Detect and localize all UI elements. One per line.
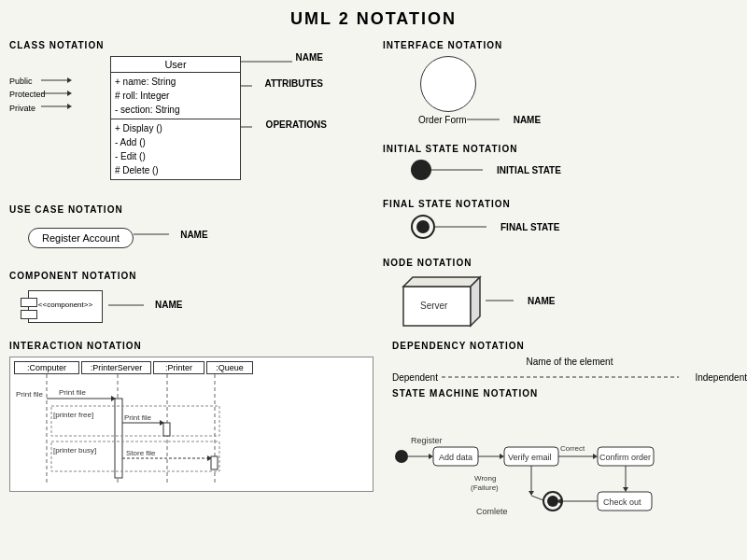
svg-marker-5 — [67, 104, 72, 109]
svg-text:Print file: Print file — [59, 388, 86, 397]
component-label: <<component>> — [29, 291, 102, 309]
node-arrow — [486, 295, 528, 306]
initial-state-title: INITIAL STATE NOTATION — [383, 144, 738, 154]
dependency-title: DEPENDENCY NOTATION — [392, 341, 747, 351]
state-machine-svg: Register Add data Verify email — [392, 404, 747, 516]
component-box-wrapper: <<component>> — [28, 290, 103, 323]
dependent-label: Dependent — [392, 372, 438, 383]
class-attributes: + name: String # roll: Integer - section… — [111, 73, 240, 119]
svg-marker-1 — [67, 77, 72, 83]
interface-circle — [420, 56, 476, 112]
component-main-box: <<component>> — [28, 290, 103, 323]
usecase-title: USE CASE NOTATION — [9, 204, 364, 215]
svg-text:Register: Register — [411, 436, 443, 445]
final-dot-outer — [411, 215, 435, 239]
class-attrs-label: ATTRIBUTES — [264, 78, 323, 89]
svg-marker-75 — [529, 491, 534, 496]
lifeline-queue: :Queue — [206, 361, 253, 374]
class-notation-title: CLASS NOTATION — [9, 40, 364, 50]
class-box: User + name: String # roll: Integer - se… — [110, 56, 241, 180]
node-notation-section: NODE NOTATION Server — [374, 258, 738, 337]
interface-name-row: Order Form NAME — [418, 114, 738, 125]
node-svg: Server — [392, 273, 486, 328]
state-machine-title: STATE MACHINE NOTATION — [392, 388, 747, 399]
svg-text:[printer free]: [printer free] — [53, 411, 93, 419]
svg-text:[printer busy]: [printer busy] — [53, 446, 96, 455]
element-name: Name of the element — [392, 357, 747, 367]
svg-marker-3 — [67, 91, 72, 96]
final-state-diagram: FINAL STATE — [383, 215, 738, 239]
dependency-row: Dependent Independent — [392, 372, 747, 383]
final-state-label: FINAL STATE — [500, 222, 559, 232]
svg-point-73 — [547, 496, 558, 507]
svg-text:Correct: Correct — [560, 444, 585, 453]
right-bottom: DEPENDENCY NOTATION Name of the element … — [374, 341, 747, 518]
bottom-row: INTERACTION NOTATION :Computer :PrinterS… — [9, 341, 738, 518]
svg-text:Check out: Check out — [603, 497, 641, 507]
sequence-diagram: :Computer :PrinterServer :Printer :Queue… — [9, 357, 374, 492]
interaction-section: INTERACTION NOTATION :Computer :PrinterS… — [9, 341, 374, 518]
visibility-labels: Public Protected Private — [9, 75, 46, 115]
lifeline-headers: :Computer :PrinterServer :Printer :Queue — [14, 361, 369, 374]
svg-rect-46 — [211, 456, 218, 469]
svg-text:Comlete: Comlete — [476, 507, 508, 516]
node-title: NODE NOTATION — [383, 258, 738, 268]
final-state-title: FINAL STATE NOTATION — [383, 199, 738, 209]
class-notation-section: CLASS NOTATION Public Protected Private — [9, 40, 374, 189]
usecase-diagram: Register Account NAME — [9, 220, 364, 248]
interface-arrow — [467, 114, 514, 125]
lifeline-printerserver: :PrinterServer — [81, 361, 151, 374]
lifeline-printer: :Printer — [153, 361, 204, 374]
usecase-box: Register Account — [28, 228, 134, 248]
svg-marker-60 — [593, 454, 598, 459]
svg-text:Print file: Print file — [16, 390, 43, 399]
interaction-title: INTERACTION NOTATION — [9, 341, 374, 351]
svg-marker-22 — [471, 277, 480, 326]
final-state-arrow — [435, 221, 500, 232]
component-stub2 — [21, 310, 37, 319]
page-title: UML 2 NOTATION — [9, 9, 738, 29]
dependency-dashed-arrow — [442, 372, 691, 382]
component-stub1 — [21, 298, 37, 307]
interface-name-label: NAME — [514, 115, 541, 125]
initial-dot — [411, 160, 431, 180]
interface-label: Order Form — [418, 115, 467, 125]
svg-text:Server: Server — [420, 301, 448, 311]
final-state-section: FINAL STATE NOTATION FINAL STATE — [374, 199, 738, 248]
svg-text:Store file: Store file — [126, 449, 156, 457]
independent-label: Independent — [695, 372, 747, 383]
svg-rect-40 — [163, 423, 170, 436]
class-attrs-arrow — [241, 82, 260, 90]
class-operations: + Display () - Add () - Edit () # Delete… — [111, 119, 240, 179]
svg-line-76 — [531, 496, 543, 500]
svg-marker-52 — [429, 454, 433, 459]
svg-text:(Failure): (Failure) — [471, 483, 499, 492]
component-arrow — [108, 300, 155, 311]
class-diagram: Public Protected Private — [9, 56, 364, 180]
component-name-label: NAME — [155, 300, 182, 310]
initial-state-label: INITIAL STATE — [497, 165, 561, 175]
svg-rect-34 — [115, 399, 122, 478]
svg-marker-21 — [403, 277, 480, 287]
initial-state-arrow — [431, 164, 497, 175]
interface-title: INTERFACE NOTATION — [383, 40, 738, 50]
usecase-arrow — [134, 229, 180, 240]
svg-marker-65 — [623, 487, 628, 492]
component-notation-section: COMPONENT NOTATION <<component>> NAME — [9, 271, 374, 332]
lifeline-computer: :Computer — [14, 361, 79, 374]
svg-text:Confirm order: Confirm order — [599, 453, 651, 462]
component-title: COMPONENT NOTATION — [9, 271, 364, 281]
class-name-label: NAME — [296, 52, 323, 63]
node-name-label: NAME — [528, 296, 555, 306]
svg-text:Add data: Add data — [439, 453, 472, 462]
component-diagram: <<component>> NAME — [9, 287, 364, 323]
final-dot-inner — [416, 220, 430, 233]
state-machine-section: STATE MACHINE NOTATION Register Add data — [383, 388, 747, 518]
interface-notation-section: INTERFACE NOTATION Order Form NAME — [374, 40, 738, 134]
initial-state-section: INITIAL STATE NOTATION INITIAL STATE — [374, 144, 738, 189]
svg-text:Verify email: Verify email — [508, 453, 552, 462]
svg-text:Wrong: Wrong — [474, 474, 496, 483]
svg-text:Print file: Print file — [124, 413, 151, 422]
sequence-body-svg: Print file Print file [printer free] Pri… — [14, 374, 369, 484]
class-ops-label: OPERATIONS — [266, 119, 327, 130]
